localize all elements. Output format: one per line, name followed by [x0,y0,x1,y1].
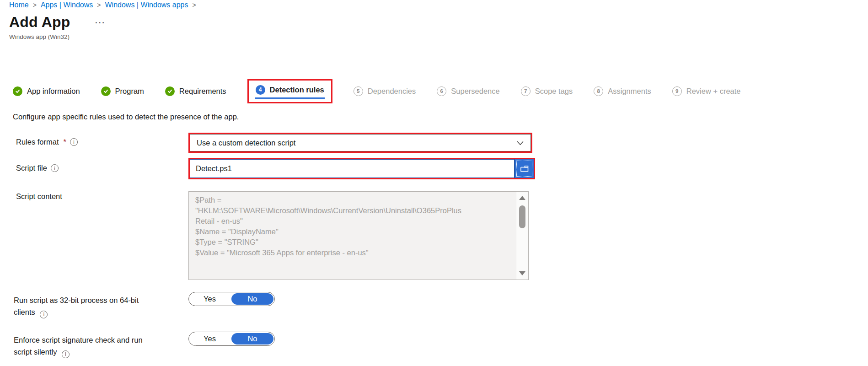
enforce-signature-toggle[interactable]: Yes No [188,332,275,346]
script-file-label: Script file i [16,164,59,172]
enforce-signature-label-line1: Enforce script signature check and run [14,336,143,344]
more-actions-ellipsis-icon[interactable]: ··· [95,18,106,27]
required-marker: * [64,138,66,146]
script-content-text: $Path ="HKLM:\SOFTWARE\Microsoft\Windows… [189,192,516,280]
wizard-steps: App informationProgramRequirements4Detec… [13,75,741,107]
run-32bit-no-option[interactable]: No [231,293,273,305]
script-file-input[interactable]: Detect.ps1 [190,159,515,178]
step-number-badge: 8 [594,86,603,96]
add-app-page: Home > Apps | Windows > Windows | Window… [0,0,868,366]
info-icon[interactable]: i [40,311,48,318]
rules-format-value: Use a custom detection script [197,139,295,147]
script-content-label: Script content [16,192,62,201]
enforce-signature-yes-option[interactable]: Yes [189,332,230,345]
wizard-step-program[interactable]: Program [101,86,144,96]
step-number-badge: 5 [354,86,363,96]
wizard-step-label: App information [27,87,80,96]
rules-format-annotation-box: Use a custom detection script [188,133,532,153]
triangle-up-icon[interactable] [519,196,525,200]
script-line: "HKLM:\SOFTWARE\Microsoft\Windows\Curren… [195,205,511,216]
browse-file-button[interactable] [515,159,534,178]
run-32bit-toggle[interactable]: Yes No [188,292,275,306]
scrollbar-thumb[interactable] [519,205,525,228]
check-icon [13,86,22,96]
wizard-step-review-create[interactable]: 9Review + create [672,86,741,96]
wizard-step-label: Requirements [179,87,226,96]
check-icon [165,86,175,96]
step-number-badge: 9 [672,86,682,96]
wizard-step-app-information[interactable]: App information [13,86,80,96]
breadcrumb-windows-apps[interactable]: Windows | Windows apps [105,1,188,9]
run-32bit-yes-option[interactable]: Yes [189,292,230,306]
breadcrumb-apps-windows[interactable]: Apps | Windows [41,1,93,9]
breadcrumb-separator: > [192,1,196,9]
wizard-step-assignments[interactable]: 8Assignments [594,86,651,96]
wizard-step-label: Dependencies [368,87,416,96]
script-line: $Value = "Microsoft 365 Apps for enterpr… [195,248,511,258]
rules-format-label-text: Rules format [16,138,59,146]
folder-icon [520,164,530,174]
check-icon [101,86,111,96]
wizard-step-supersedence[interactable]: 6Supersedence [437,86,499,96]
breadcrumb-separator: > [33,1,37,9]
info-icon[interactable]: i [70,138,78,146]
script-line: $Name = "DisplayName" [195,226,511,237]
script-file-label-text: Script file [16,164,47,172]
active-tab-underline [255,97,325,99]
enforce-signature-label-line2: script silently [14,348,57,356]
wizard-step-label: Program [115,87,144,96]
enforce-signature-no-option[interactable]: No [231,333,273,344]
script-line: $Path = [195,195,511,205]
triangle-down-icon[interactable] [519,271,525,275]
breadcrumb-home[interactable]: Home [9,1,29,9]
wizard-step-dependencies[interactable]: 5Dependencies [354,86,416,96]
step-description: Configure app specific rules used to det… [13,113,239,121]
wizard-step-requirements[interactable]: Requirements [165,86,226,96]
page-title: Add App [9,14,70,31]
step-number-badge: 7 [521,86,530,96]
step-number-badge: 4 [256,85,265,95]
info-icon[interactable]: i [62,350,70,358]
script-content-box[interactable]: $Path ="HKLM:\SOFTWARE\Microsoft\Windows… [188,191,529,280]
rules-format-dropdown[interactable]: Use a custom detection script [190,134,531,151]
enforce-signature-label: Enforce script signature check and run s… [14,334,155,358]
script-line: Retail - en-us" [195,216,511,226]
script-content-label-text: Script content [16,192,62,201]
wizard-step-label: Review + create [686,87,741,96]
breadcrumb-separator: > [97,1,101,9]
chevron-down-icon [516,139,524,147]
wizard-step-label: Detection rules [270,86,324,94]
wizard-step-label: Scope tags [535,87,573,96]
run-32bit-label-line2: clients [14,308,35,316]
page-subtitle: Windows app (Win32) [9,33,70,40]
step-number-badge: 6 [437,86,446,96]
wizard-step-label: Assignments [608,87,651,96]
run-32bit-label: Run script as 32-bit process on 64-bit c… [14,294,155,318]
breadcrumb: Home > Apps | Windows > Windows | Window… [9,1,196,9]
script-scrollbar[interactable] [516,192,528,280]
info-icon[interactable]: i [51,164,59,172]
run-32bit-label-line1: Run script as 32-bit process on 64-bit [14,296,139,304]
rules-format-label: Rules format* i [16,138,78,146]
wizard-step-label: Supersedence [451,87,499,96]
wizard-step-detection-rules[interactable]: 4Detection rules [247,79,332,103]
script-file-annotation-box: Detect.ps1 [188,158,535,179]
script-file-value: Detect.ps1 [196,164,232,173]
script-line: $Type = "STRING" [195,237,511,248]
wizard-step-scope-tags[interactable]: 7Scope tags [521,86,573,96]
